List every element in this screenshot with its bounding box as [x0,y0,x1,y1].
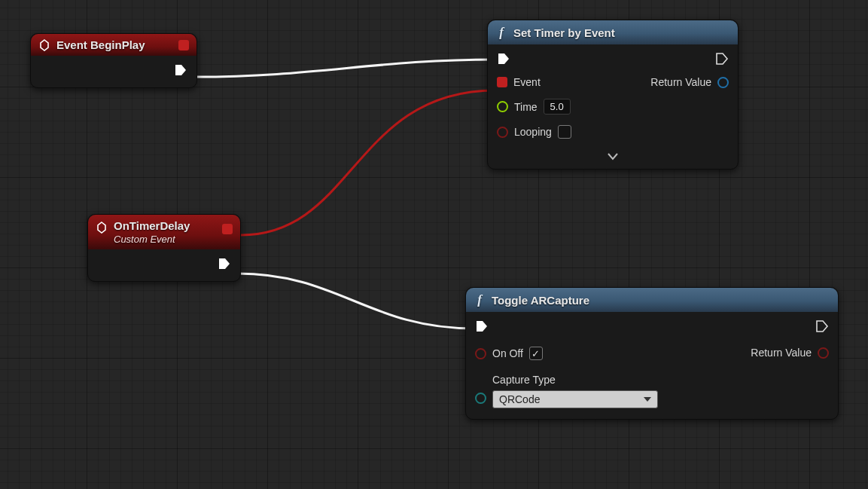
delegate-output-pin[interactable] [178,40,189,50]
node-event-ontimerdelay[interactable]: OnTimerDelay Custom Event [87,214,241,282]
node-func-togglearcapture[interactable]: f Toggle ARCapture On Off Capture Type Q… [465,287,839,420]
pin-label: Event [513,76,541,88]
node-subtitle: Custom Event [114,234,190,245]
return-value-output-pin[interactable]: Return Value [751,347,829,359]
delegate-output-pin[interactable] [222,224,233,234]
node-header[interactable]: f Toggle ARCapture [466,288,838,312]
function-icon: f [474,292,486,307]
return-value-output-pin[interactable]: Return Value [650,76,729,88]
pin-label: Return Value [650,76,711,88]
exec-input-pin[interactable] [497,52,510,66]
time-input-pin[interactable]: Time 5.0 [497,99,571,115]
looping-checkbox[interactable] [558,125,571,139]
capturetype-input-pin[interactable]: Capture Type QRCode [475,374,658,408]
capturetype-dropdown[interactable]: QRCode [492,390,658,408]
function-icon: f [495,25,507,40]
pin-label: Capture Type [492,374,556,386]
node-title: OnTimerDelay [114,219,190,232]
node-header[interactable]: OnTimerDelay Custom Event [88,215,240,249]
expand-node-button[interactable] [488,149,738,169]
exec-output-pin[interactable] [715,52,729,66]
event-input-pin[interactable]: Event [497,76,541,88]
exec-output-pin[interactable] [174,63,187,77]
pin-label: Looping [514,126,552,138]
onoff-checkbox[interactable] [529,347,543,360]
event-icon [38,39,50,51]
pin-label: On Off [492,347,523,359]
node-event-beginplay[interactable]: Event BeginPlay [30,33,197,88]
exec-output-pin[interactable] [815,319,829,333]
time-value-input[interactable]: 5.0 [544,99,571,115]
node-title: Event BeginPlay [56,38,145,51]
looping-input-pin[interactable]: Looping [497,125,571,139]
exec-input-pin[interactable] [475,319,489,333]
pin-label: Time [514,101,538,113]
node-func-settimerbyevent[interactable]: f Set Timer by Event Event Time 5.0 Loop… [487,20,739,170]
dropdown-value: QRCode [499,393,540,405]
node-title: Set Timer by Event [513,26,615,39]
pin-label: Return Value [751,347,812,359]
node-header[interactable]: f Set Timer by Event [488,20,738,44]
exec-output-pin[interactable] [218,257,231,270]
node-title: Toggle ARCapture [492,294,589,307]
event-icon [96,222,108,234]
onoff-input-pin[interactable]: On Off [475,347,543,360]
node-header[interactable]: Event BeginPlay [31,34,196,56]
